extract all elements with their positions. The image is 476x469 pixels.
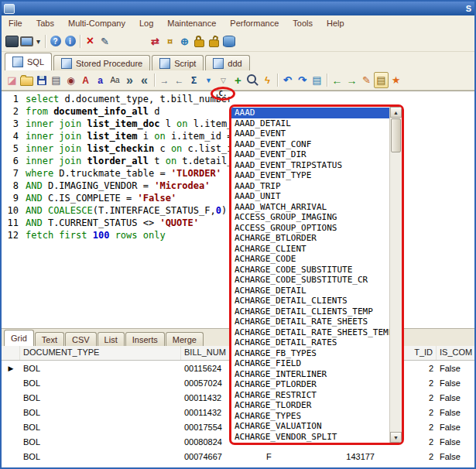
web-security-button[interactable]: ⊕: [177, 33, 192, 50]
menu-item-help[interactable]: Help: [320, 17, 351, 29]
autocomplete-item[interactable]: AAAD_EVENT_CONF: [231, 139, 389, 150]
notes-button[interactable]: ▤: [310, 72, 324, 88]
autocomplete-scrollbar[interactable]: ▲ ▼: [389, 107, 402, 443]
save-button[interactable]: [34, 72, 49, 88]
autocomplete-item[interactable]: AAAD_EVENT_TRIPSTATUS: [231, 160, 389, 171]
tab-sql[interactable]: SQL: [5, 53, 52, 70]
autocomplete-item[interactable]: ACHARGE_FB_TYPES: [231, 348, 389, 359]
autocomplete-item[interactable]: ACHARGE_DETAIL_RATE_SHEETS: [231, 317, 389, 327]
autocomplete-item[interactable]: ACHARGE_DETAIL_CLIENTS: [231, 296, 389, 306]
result-tab-inserts[interactable]: Inserts: [125, 332, 165, 346]
tab-script[interactable]: Script: [152, 55, 204, 70]
autocomplete-item[interactable]: ACHARGE_CODE_SUBSTITUTE: [231, 265, 389, 276]
result-tab-text[interactable]: Text: [35, 332, 64, 346]
edit-button[interactable]: ✎: [98, 33, 112, 50]
filter-button[interactable]: ▼: [201, 72, 216, 88]
database-selector-button[interactable]: [19, 33, 34, 50]
menu-item-tabs[interactable]: Tabs: [29, 17, 61, 29]
title-bar[interactable]: S: [2, 2, 474, 15]
help-button[interactable]: ?: [48, 33, 63, 50]
column-header-is-com[interactable]: IS_COM: [437, 346, 474, 360]
tab-stored-procedure[interactable]: Stored Procedure: [53, 55, 150, 70]
redo-button[interactable]: ↷: [295, 72, 310, 88]
result-tab-csv[interactable]: CSV: [65, 332, 97, 346]
tab-right-button[interactable]: →: [157, 72, 172, 88]
font-select-button[interactable]: Aa: [108, 72, 122, 88]
menu-item-multi-company[interactable]: Multi-Company: [61, 17, 132, 29]
font-decrease-button[interactable]: a: [93, 72, 108, 88]
app-panel-button[interactable]: [5, 33, 19, 50]
autocomplete-item[interactable]: AAAD_EVENT: [231, 128, 389, 139]
autocomplete-item[interactable]: ACHARGE_BTLORDER: [231, 233, 389, 244]
zoom-button[interactable]: [245, 72, 260, 88]
app-icon[interactable]: [4, 4, 15, 14]
key-button[interactable]: ¤: [163, 33, 177, 50]
menu-item-maintenance[interactable]: Maintenance: [160, 17, 223, 29]
navigate-forward-button[interactable]: →: [344, 72, 359, 88]
scroll-down-icon[interactable]: ▼: [390, 432, 402, 443]
autocomplete-item[interactable]: ACHARGE_VENDOR_SPLIT: [231, 432, 389, 443]
table-row[interactable]: BOL00074667F1431772False: [2, 449, 474, 464]
navigate-back-button[interactable]: ←: [330, 72, 344, 88]
autocomplete-item[interactable]: ACHARGE_VALUATION: [231, 421, 389, 432]
delete-button[interactable]: ×: [83, 33, 98, 50]
autocomplete-item[interactable]: AAAD: [231, 108, 389, 118]
menu-item-tools[interactable]: Tools: [286, 17, 320, 29]
autocomplete-item[interactable]: ACCESS_GROUP_IMAGING: [231, 212, 389, 223]
autocomplete-item[interactable]: ACHARGE_CLIENT: [231, 244, 389, 255]
autocomplete-item[interactable]: AAAD_TRIP: [231, 181, 389, 192]
result-tab-grid[interactable]: Grid: [4, 330, 34, 346]
menu-item-performance[interactable]: Performance: [223, 17, 286, 29]
font-increase-button[interactable]: A: [78, 72, 93, 88]
scroll-track[interactable]: [390, 153, 402, 432]
sum-button[interactable]: Σ: [187, 72, 201, 88]
lock-button[interactable]: [192, 33, 207, 50]
transfer-button[interactable]: ⇄: [148, 33, 163, 50]
scroll-up-icon[interactable]: ▲: [390, 107, 402, 118]
menu-item-file[interactable]: File: [2, 17, 29, 29]
database-button[interactable]: [221, 33, 236, 50]
autocomplete-item[interactable]: AAAD_EVENT_TYPE: [231, 170, 389, 181]
result-tab-list[interactable]: List: [98, 332, 125, 346]
table-row[interactable]: BOL00074667F1431782False: [2, 464, 474, 467]
log-button[interactable]: ▤: [374, 72, 389, 88]
result-tab-merge[interactable]: Merge: [166, 332, 204, 346]
autocomplete-item[interactable]: ACHARGE_TYPES: [231, 411, 389, 422]
menu-item-log[interactable]: Log: [132, 17, 160, 29]
indent-button[interactable]: »: [122, 72, 137, 88]
autocomplete-item[interactable]: AAAD_DETAIL: [231, 118, 389, 129]
filter-off-button[interactable]: ▽: [216, 72, 231, 88]
print-button[interactable]: ▤: [49, 72, 63, 88]
column-header-hidden[interactable]: [2, 346, 20, 360]
tab-ddd[interactable]: ddd: [205, 55, 249, 70]
info-button[interactable]: i: [63, 33, 77, 50]
undo-button[interactable]: ↶: [280, 72, 295, 88]
autocomplete-item[interactable]: ACHARGE_DETAIL_RATE_SHEETS_TEMP: [231, 327, 389, 338]
dropdown-arrow-button[interactable]: ▾: [34, 33, 43, 50]
autocomplete-item[interactable]: ACHARGE_CODE: [231, 254, 389, 265]
autocomplete-item[interactable]: ACHARGE_PTLORDER: [231, 379, 389, 390]
autocomplete-item[interactable]: AAAD_UNIT: [231, 191, 389, 202]
autocomplete-item[interactable]: ACHARGE_CODE_SUBSTITUTE_CR: [231, 275, 389, 286]
autocomplete-item[interactable]: ACHARGE_DETAIL: [231, 286, 389, 296]
execute-button[interactable]: ★: [389, 72, 403, 88]
tab-left-button[interactable]: ←: [172, 72, 187, 88]
flash-button[interactable]: ϟ: [260, 72, 275, 88]
autocomplete-item[interactable]: AAAD_EVENT_DIR: [231, 149, 389, 160]
add-button[interactable]: +: [231, 72, 245, 88]
autocomplete-item[interactable]: ACHARGE_FIELD: [231, 358, 389, 369]
autocomplete-item[interactable]: ACHARGE_DETAIL_CLIENTS_TEMP: [231, 306, 389, 317]
autocomplete-item[interactable]: ACHARGE_RESTRICT: [231, 390, 389, 401]
autocomplete-item[interactable]: ACHARGE_TLORDER: [231, 400, 389, 411]
column-header-document-type[interactable]: DOCUMENT_TYPE: [20, 346, 181, 360]
search-button[interactable]: ◉: [63, 72, 78, 88]
eraser-button[interactable]: ◪: [5, 72, 19, 88]
autocomplete-item[interactable]: ACCESS_GROUP_OPTIONS: [231, 223, 389, 234]
outdent-button[interactable]: «: [137, 72, 152, 88]
scroll-thumb[interactable]: [391, 118, 401, 152]
open-file-button[interactable]: [19, 72, 34, 88]
pencil-button[interactable]: ✎: [359, 72, 374, 88]
autocomplete-item[interactable]: ACHARGE_INTERLINER: [231, 369, 389, 380]
autocomplete-item[interactable]: AAAD_WATCH_ARRIVAL: [231, 202, 389, 213]
autocomplete-item[interactable]: ACHARGE_DETAIL_RATES: [231, 337, 389, 348]
